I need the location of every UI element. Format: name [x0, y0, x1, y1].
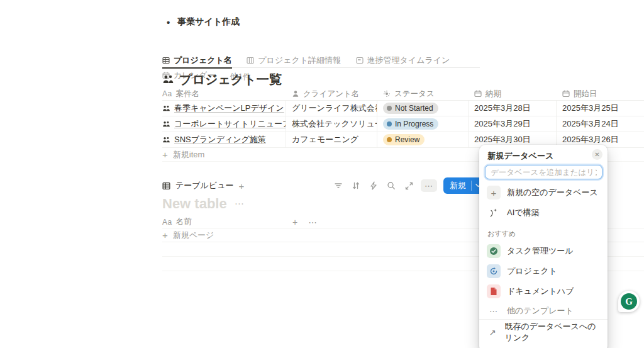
- table-menu-icon[interactable]: ⋯: [235, 198, 245, 210]
- timeline-icon: [356, 57, 364, 64]
- column-header-start[interactable]: 開始日: [557, 87, 644, 100]
- bullet-text[interactable]: 事業サイト作成: [177, 16, 240, 28]
- status-dot: [387, 106, 392, 111]
- row-title-cell[interactable]: 春季キャンペーンLPデザイン: [162, 101, 286, 116]
- toolbar-actions: ⋯ 新規: [333, 177, 484, 194]
- add-view-icon[interactable]: +: [239, 181, 245, 191]
- people-icon: [162, 104, 170, 113]
- view-tab-label: テーブルビュー: [175, 180, 234, 191]
- person-icon: [292, 90, 299, 98]
- ai-icon: [487, 206, 501, 220]
- sort-icon[interactable]: [350, 179, 362, 192]
- tab-label: プロジェクト名: [174, 55, 232, 66]
- calendar-icon: [562, 90, 570, 98]
- close-icon[interactable]: ✕: [592, 149, 602, 160]
- tab-timeline[interactable]: 進捗管理タイムライン: [356, 53, 450, 68]
- column-header-status[interactable]: ステータス: [377, 87, 469, 100]
- view-tabbar: プロジェクト名 プロジェクト詳細情報 進捗管理タイムライン カレンダー 他1件: [162, 53, 480, 68]
- text-property-icon: Aa: [162, 89, 172, 98]
- database-title[interactable]: プロジェクト一覧: [179, 71, 282, 88]
- due-date-cell[interactable]: 2025年3月28日: [469, 101, 557, 116]
- bullet-icon: •: [167, 17, 170, 28]
- template-task-management[interactable]: タスク管理ツール: [485, 242, 602, 260]
- grammarly-icon: G: [621, 293, 637, 310]
- text-property-icon: Aa: [162, 218, 172, 227]
- tab-project-name[interactable]: プロジェクト名: [162, 53, 232, 68]
- template-document-hub[interactable]: ドキュメントハブ: [485, 283, 602, 300]
- automation-bolt-icon[interactable]: [368, 179, 379, 192]
- new-table-title[interactable]: New table: [162, 196, 227, 212]
- tableview-toolbar: テーブルビュー + ⋯ 新規: [162, 177, 484, 194]
- status-badge: Review: [383, 134, 425, 145]
- status-cell[interactable]: Review: [377, 132, 469, 147]
- more-templates-item[interactable]: ⋯ 他のテンプレート: [485, 302, 602, 320]
- people-icon: [162, 120, 170, 128]
- template-projects[interactable]: プロジェクト: [485, 262, 602, 280]
- new-empty-database-item[interactable]: + 新規の空のデータベース: [485, 184, 602, 201]
- database-search-input[interactable]: [485, 165, 602, 179]
- table-icon: [162, 182, 170, 190]
- new-button[interactable]: 新規: [443, 177, 484, 194]
- people-icon: [162, 136, 170, 144]
- new-table-title-row: New table ⋯: [162, 196, 245, 212]
- table-row: 春季キャンペーンLPデザイン グリーンライフ株式会社 Not Started 2…: [162, 101, 644, 116]
- expand-icon[interactable]: [403, 179, 414, 192]
- status-dot: [387, 137, 392, 142]
- filter-icon[interactable]: [333, 179, 344, 192]
- status-badge: Not Started: [383, 103, 438, 114]
- row-title-cell[interactable]: SNSブランディング施策: [162, 132, 286, 147]
- row-title-cell[interactable]: コーポレートサイトリニューアル: [162, 116, 286, 132]
- table-icon: [162, 57, 170, 64]
- people-icon: [162, 74, 174, 86]
- bulleted-list-item[interactable]: • 事業サイト作成: [167, 16, 240, 28]
- plus-icon: +: [162, 230, 168, 240]
- check-circle-icon: [487, 244, 501, 258]
- add-column-icon[interactable]: +: [292, 217, 298, 227]
- column-header-client[interactable]: クライアント名: [286, 87, 377, 100]
- start-date-cell[interactable]: 2025年3月25日: [557, 101, 644, 116]
- column-options-icon[interactable]: ⋯: [308, 217, 318, 227]
- ellipsis-icon: ⋯: [487, 306, 501, 316]
- calendar-icon: [474, 90, 482, 98]
- column-header-due[interactable]: 納期: [469, 87, 557, 100]
- tab-label: プロジェクト詳細情報: [258, 55, 341, 66]
- client-cell[interactable]: 株式会社テックソリューション: [286, 116, 377, 132]
- status-cell[interactable]: Not Started: [377, 101, 469, 116]
- arrow-ne-icon: ↗: [487, 328, 498, 337]
- client-cell[interactable]: グリーンライフ株式会社: [286, 101, 377, 116]
- tableview-tab[interactable]: テーブルビュー +: [162, 180, 244, 191]
- due-date-cell[interactable]: 2025年3月29日: [469, 116, 557, 132]
- status-icon: [383, 90, 391, 98]
- more-options-button[interactable]: ⋯: [421, 179, 437, 192]
- popup-divider: [479, 319, 608, 320]
- link-existing-database-item[interactable]: ↗ 既存のデータベースへのリンク: [485, 323, 602, 341]
- status-cell[interactable]: In Progress: [377, 116, 469, 132]
- column-header-name[interactable]: Aa 案件名: [162, 87, 286, 100]
- document-icon: [487, 284, 501, 298]
- grammarly-badge[interactable]: G: [618, 291, 640, 312]
- build-with-ai-item[interactable]: AIで構築: [485, 204, 602, 222]
- tab-label: 進捗管理タイムライン: [367, 55, 450, 66]
- table-row: コーポレートサイトリニューアル 株式会社テックソリューション In Progre…: [162, 116, 644, 132]
- status-dot: [387, 121, 392, 126]
- search-icon[interactable]: [386, 179, 397, 192]
- popup-title: 新規データベース: [487, 150, 553, 162]
- plus-icon: +: [487, 186, 501, 199]
- refresh-circle-icon: [487, 264, 501, 278]
- board-icon: [247, 57, 254, 64]
- recommended-label: おすすめ: [487, 229, 516, 239]
- plus-icon: +: [162, 150, 168, 159]
- column-header-name[interactable]: Aa 名前: [162, 216, 292, 227]
- new-database-popup: 新規データベース ✕ + 新規の空のデータベース AIで構築 おすすめ タスク管…: [479, 145, 608, 348]
- tab-project-details[interactable]: プロジェクト詳細情報: [247, 53, 341, 68]
- status-badge: In Progress: [383, 118, 438, 130]
- client-cell[interactable]: カフェモーニング: [286, 132, 377, 147]
- database-title-row: プロジェクト一覧: [162, 71, 282, 88]
- start-date-cell[interactable]: 2025年3月24日: [557, 116, 644, 132]
- table-header-row: Aa 案件名 クライアント名 ステータス 納期 開始日: [162, 87, 644, 101]
